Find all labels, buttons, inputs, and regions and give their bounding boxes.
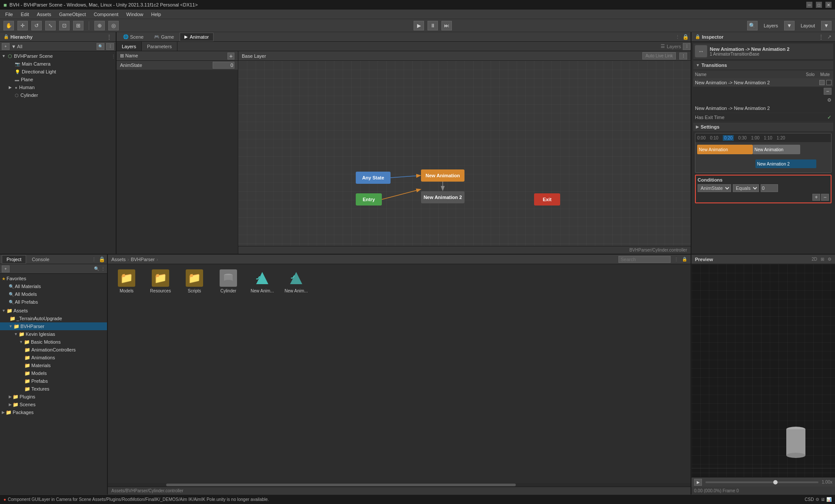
menu-file[interactable]: File [2, 11, 17, 18]
tool-move[interactable]: ✛ [17, 21, 28, 30]
project-prefabs[interactable]: 📁 Prefabs [0, 377, 107, 385]
tool-rotate[interactable]: ↺ [31, 21, 42, 30]
project-kevin[interactable]: ▼ 📁 Kevin Iglesias [0, 330, 107, 338]
condition-param-select[interactable]: AnimState [698, 184, 731, 192]
node-exit[interactable]: Exit [534, 193, 560, 206]
asset-new-anim-1[interactable]: New Anim... [247, 268, 277, 295]
minimize-button[interactable]: ─ [806, 2, 812, 8]
maximize-button[interactable]: □ [816, 2, 822, 8]
hierarchy-item-human[interactable]: ▶ ● Human [0, 83, 116, 91]
play-button[interactable]: ▶ [414, 21, 424, 30]
pause-button[interactable]: ⏸ [428, 21, 438, 30]
menu-help[interactable]: Help [147, 11, 164, 18]
layout-dropdown[interactable]: ▼ [821, 21, 832, 30]
project-anim-controllers[interactable]: 📁 AnimationControllers [0, 346, 107, 354]
condition-op-select[interactable]: Equals [733, 184, 759, 192]
project-tab-lock[interactable]: 🔒 [99, 256, 105, 262]
animator-settings[interactable]: ⋮ [683, 43, 691, 50]
project-all-models[interactable]: 🔍 All Models [0, 290, 107, 298]
tool-scale[interactable]: ⤡ [45, 21, 56, 30]
preview-btn-2[interactable]: ⚙ [828, 257, 832, 262]
tab-project[interactable]: Project [2, 255, 26, 264]
add-condition-button[interactable]: + [812, 194, 820, 201]
tab-lock[interactable]: 🔒 [682, 34, 689, 40]
settings-header[interactable]: ▶ Settings [693, 123, 833, 131]
project-menu[interactable]: ⋮ [101, 266, 105, 271]
step-button[interactable]: ⏭ [441, 21, 452, 30]
asset-new-anim-2[interactable]: New Anim... [281, 268, 311, 295]
preview-btn-1[interactable]: ⊞ [821, 257, 824, 262]
solo-checkbox[interactable] [819, 80, 825, 85]
tab-game[interactable]: 🎮 Game [149, 33, 179, 41]
breadcrumb-bvhparser[interactable]: BVHParser [131, 257, 155, 262]
transitions-section-header[interactable]: ▼ Transitions [693, 61, 833, 70]
node-entry[interactable]: Entry [356, 193, 382, 206]
project-animations[interactable]: 📁 Animations [0, 354, 107, 361]
asset-models-folder[interactable]: 📁 Models [111, 268, 142, 295]
asset-resources-folder[interactable]: 📁 Resources [145, 268, 176, 295]
remove-transition-button[interactable]: − [824, 88, 832, 95]
mute-checkbox[interactable] [826, 80, 832, 85]
node-any-state[interactable]: Any State [356, 172, 391, 184]
project-add-button[interactable]: + [2, 265, 10, 272]
menu-component[interactable]: Component [90, 11, 122, 18]
assets-options[interactable]: ⋮ [674, 257, 678, 262]
inspector-menu[interactable]: ⋮ [818, 34, 824, 40]
assets-search-input[interactable] [618, 256, 671, 263]
preview-play-button[interactable]: ▶ [694, 479, 702, 486]
preview-scrubber[interactable] [705, 481, 818, 483]
search-button[interactable]: 🔍 [747, 21, 758, 30]
menu-assets[interactable]: Assets [33, 11, 55, 18]
menu-window[interactable]: Window [123, 11, 147, 18]
layers-dropdown[interactable]: ▼ [784, 21, 795, 30]
hierarchy-search[interactable]: 🔍 [97, 43, 104, 50]
pivot-toggle[interactable]: ◎ [108, 21, 119, 30]
inspector-lock[interactable]: 🔒 [695, 34, 700, 39]
tool-transform[interactable]: ⊞ [73, 21, 84, 30]
node-new-animation[interactable]: New Animation [421, 169, 464, 182]
tab-console[interactable]: Console [27, 255, 54, 264]
asset-scripts-folder[interactable]: 📁 Scripts [179, 268, 210, 295]
tool-rect[interactable]: ⊡ [59, 21, 70, 30]
asset-cylinder[interactable]: Cylinder [213, 268, 244, 295]
close-button[interactable]: ✕ [825, 2, 832, 8]
scene-menu[interactable]: ⋮ [111, 54, 116, 59]
gear-icon[interactable]: ⚙ [827, 97, 832, 103]
breadcrumb-assets[interactable]: Assets [111, 257, 126, 262]
transition-row[interactable]: New Animation -> New Animation 2 [693, 78, 833, 87]
params-tab[interactable]: Parameters [142, 42, 177, 51]
hierarchy-item-cylinder[interactable]: ⬡ Cylinder [0, 91, 116, 99]
assets-lock[interactable]: 🔒 [682, 257, 687, 262]
menu-edit[interactable]: Edit [17, 11, 33, 18]
hierarchy-item-light[interactable]: 💡 Directional Light [0, 68, 116, 76]
condition-value-input[interactable] [761, 184, 778, 192]
layers-tab[interactable]: Layers [117, 42, 142, 51]
project-models[interactable]: 📁 Models [0, 369, 107, 377]
preview-scrubber-thumb[interactable] [773, 480, 778, 484]
project-all-prefabs[interactable]: 🔍 All Prefabs [0, 298, 107, 306]
project-textures[interactable]: 📁 Textures [0, 385, 107, 393]
auto-live-link[interactable]: Auto Live Link [642, 52, 676, 60]
hierarchy-add-button[interactable]: + [2, 43, 10, 50]
hierarchy-dots[interactable]: ⋮ [106, 43, 114, 50]
animator-canvas[interactable]: Any State Entry Exit New Animation [238, 61, 691, 246]
canvas-menu[interactable]: ⋮ [679, 53, 687, 60]
center-toggle[interactable]: ⊕ [94, 21, 105, 30]
tab-menu[interactable]: ⋮ [675, 34, 680, 39]
project-all-materials[interactable]: 🔍 All Materials [0, 282, 107, 290]
add-name-button[interactable]: + [227, 53, 234, 60]
hierarchy-item-camera[interactable]: 📷 Main Camera [0, 60, 116, 68]
tool-hand[interactable]: ✋ [3, 21, 14, 30]
hierarchy-menu[interactable]: ⋮ [106, 33, 112, 40]
hierarchy-item-plane[interactable]: ▬ Plane [0, 76, 116, 83]
project-search[interactable]: 🔍 [94, 266, 99, 271]
project-tab-menu[interactable]: ⋮ [92, 257, 96, 262]
hierarchy-lock[interactable]: 🔒 [3, 34, 9, 39]
node-new-animation-2[interactable]: New Animation 2 [421, 191, 464, 203]
inspector-expand[interactable]: ↗ [827, 34, 832, 40]
project-materials[interactable]: 📁 Materials [0, 361, 107, 369]
project-basic-motions[interactable]: ▼ 📁 Basic Motions [0, 338, 107, 346]
project-scenes[interactable]: ▶ 📁 Scenes [0, 401, 107, 408]
project-terrain[interactable]: 📁 _TerrainAutoUpgrade [0, 315, 107, 322]
project-assets[interactable]: ▼ 📁 Assets [0, 307, 107, 315]
